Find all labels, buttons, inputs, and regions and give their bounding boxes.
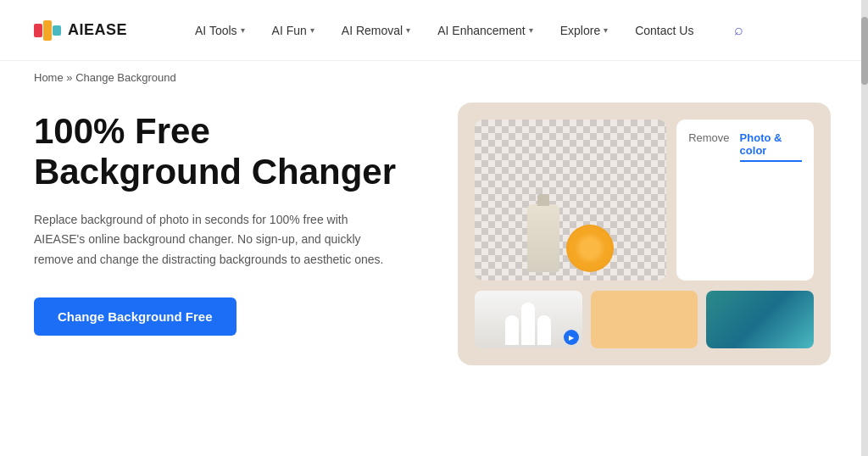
search-icon[interactable]: ⌕ [734,21,743,39]
thumb-arch[interactable] [475,291,582,348]
tab-photo-color[interactable]: Photo & color [740,131,802,162]
breadcrumb-current: Change Background [75,71,176,84]
nav-item-ai-enhancement[interactable]: AI Enhancement ▾ [437,24,533,37]
main-content: 100% Free Background Changer Replace bac… [0,94,868,365]
nav-item-explore[interactable]: Explore ▾ [560,24,608,37]
arch-shape [537,315,551,345]
product-overlay [527,204,614,272]
orange-illustration [566,225,614,272]
top-row: Remove Photo & color [475,120,814,281]
logo-text: AIEASE [68,21,127,39]
thumb-teal[interactable] [706,291,814,348]
svg-rect-0 [34,24,42,37]
panel-tabs: Remove Photo & color [688,131,802,162]
illustration-card: Remove Photo & color [458,103,831,365]
scrollbar[interactable] [861,0,868,456]
logo[interactable]: AIEASE [34,20,127,41]
nav-item-ai-removal[interactable]: AI Removal ▾ [342,24,410,37]
arch-shape [521,303,535,345]
hero-illustration: Remove Photo & color [458,94,834,365]
hero-section: 100% Free Background Changer Replace bac… [34,94,424,336]
logo-icon [34,20,61,41]
scrollbar-thumb[interactable] [861,17,868,85]
tab-remove[interactable]: Remove [688,131,729,162]
nav-item-ai-fun[interactable]: AI Fun ▾ [272,24,314,37]
svg-rect-2 [53,25,61,36]
product-image [475,120,666,281]
breadcrumb-separator: » [66,71,75,84]
chevron-down-icon: ▾ [604,25,608,35]
thumb-orange[interactable] [591,291,698,348]
hero-title: 100% Free Background Changer [34,111,424,193]
main-nav: AI Tools ▾ AI Fun ▾ AI Removal ▾ AI Enha… [195,21,834,39]
nav-item-contact[interactable]: Contact Us [635,24,693,37]
chevron-down-icon: ▾ [241,25,245,35]
cta-button[interactable]: Change Background Free [34,298,236,336]
nav-item-ai-tools[interactable]: AI Tools ▾ [195,24,245,37]
thumbnail-row [475,291,814,348]
right-panel: Remove Photo & color [676,120,814,281]
svg-rect-1 [43,20,52,41]
header: AIEASE AI Tools ▾ AI Fun ▾ AI Removal ▾ … [0,0,868,61]
breadcrumb-home[interactable]: Home [34,71,64,84]
selected-badge [564,330,579,345]
chevron-down-icon: ▾ [406,25,410,35]
bottle-illustration [527,204,559,272]
chevron-down-icon: ▾ [310,25,314,35]
hero-description: Replace background of photo in seconds f… [34,210,390,270]
arch-shape [505,315,519,345]
chevron-down-icon: ▾ [529,25,533,35]
breadcrumb: Home » Change Background [0,61,868,94]
